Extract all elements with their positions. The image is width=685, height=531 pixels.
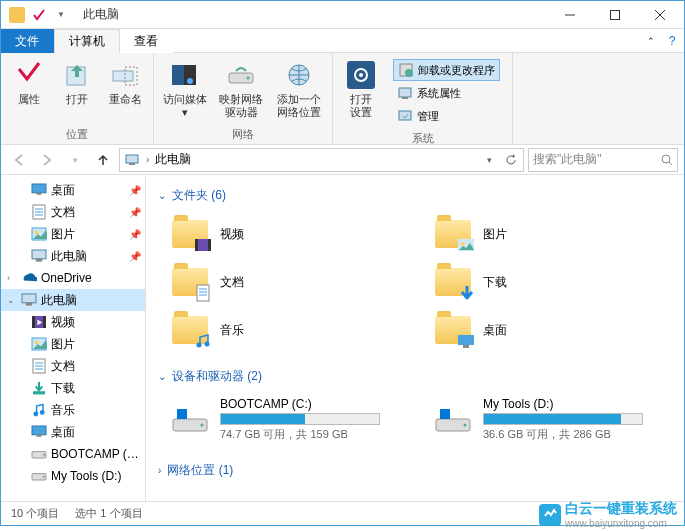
navigation-pane[interactable]: 桌面📌文档📌图片📌此电脑📌›OneDrive⌄此电脑视频图片文档下载音乐桌面BO…: [1, 175, 146, 501]
folder-dl[interactable]: 下载: [429, 260, 672, 304]
svg-point-71: [464, 423, 467, 426]
tree-item-desktop[interactable]: 桌面📌: [1, 179, 145, 201]
doc-icon: [31, 358, 47, 374]
add-location-button[interactable]: 添加一个 网络位置: [272, 57, 326, 125]
tree-item-desktop[interactable]: 桌面: [1, 421, 145, 443]
chevron-icon[interactable]: ›: [7, 273, 10, 283]
svg-rect-65: [458, 335, 474, 345]
dl-icon: [31, 380, 47, 396]
content-pane[interactable]: ⌄文件夹 (6) 视频图片文档下载音乐桌面 ⌄设备和驱动器 (2) BOOTCA…: [146, 175, 684, 501]
close-button[interactable]: [637, 1, 682, 29]
tree-item-pc[interactable]: ⌄此电脑: [1, 289, 145, 311]
drive-icon: [170, 400, 210, 440]
svg-rect-21: [129, 163, 135, 165]
drive-item[interactable]: My Tools (D:) 36.6 GB 可用，共 286 GB: [429, 393, 672, 446]
svg-point-46: [33, 412, 38, 417]
ribbon-group-system: 打开 设置 卸载或更改程序 系统属性 管理 系统: [333, 53, 513, 144]
svg-line-23: [669, 162, 672, 165]
open-settings-button[interactable]: 打开 设置: [339, 57, 383, 129]
qat-properties-icon[interactable]: [29, 5, 49, 25]
doc-icon: [31, 204, 47, 220]
svg-rect-25: [37, 192, 42, 194]
video-icon: [31, 314, 47, 330]
tree-item-video[interactable]: 视频: [1, 311, 145, 333]
properties-button[interactable]: 属性: [7, 57, 51, 125]
tree-item-pic[interactable]: 图片: [1, 333, 145, 355]
chevron-down-icon: ⌄: [158, 371, 166, 382]
manage-button[interactable]: 管理: [393, 105, 500, 127]
tree-item-drive[interactable]: BOOTCAMP (C:): [1, 443, 145, 465]
add-location-icon: [283, 59, 315, 91]
ribbon-tabs: 文件 计算机 查看 ⌃ ?: [1, 29, 684, 53]
app-icon: [7, 5, 27, 25]
svg-point-51: [43, 454, 45, 456]
svg-rect-17: [399, 88, 411, 97]
tree-item-drive[interactable]: My Tools (D:): [1, 465, 145, 487]
ribbon-group-network: 访问媒体 ▾ 映射网络 驱动器 添加一个 网络位置 网络: [154, 53, 333, 144]
forward-button[interactable]: [35, 148, 59, 172]
svg-rect-6: [172, 65, 184, 85]
tree-item-pic[interactable]: 图片📌: [1, 223, 145, 245]
ribbon-collapse-icon[interactable]: ⌃: [642, 29, 660, 53]
pin-icon: 📌: [129, 185, 141, 196]
svg-point-63: [197, 343, 202, 348]
breadcrumb: 此电脑: [155, 151, 191, 168]
tab-view[interactable]: 查看: [120, 29, 173, 53]
tab-computer[interactable]: 计算机: [54, 29, 120, 53]
tree-item-doc[interactable]: 文档: [1, 355, 145, 377]
tree-item-music[interactable]: 音乐: [1, 399, 145, 421]
svg-rect-72: [440, 409, 450, 419]
svg-rect-24: [32, 184, 46, 193]
uninstall-button[interactable]: 卸载或更改程序: [393, 59, 500, 81]
chevron-icon[interactable]: ⌄: [7, 295, 15, 305]
section-folders[interactable]: ⌄文件夹 (6): [158, 187, 672, 204]
sysprops-icon: [397, 85, 413, 101]
section-network[interactable]: ›网络位置 (1): [158, 462, 672, 479]
back-button[interactable]: [7, 148, 31, 172]
svg-rect-38: [43, 316, 46, 328]
open-icon: [61, 59, 93, 91]
svg-point-8: [187, 78, 193, 84]
folder-video[interactable]: 视频: [166, 212, 409, 256]
folder-desktop[interactable]: 桌面: [429, 308, 672, 352]
svg-point-22: [662, 155, 670, 163]
svg-rect-69: [177, 409, 187, 419]
folder-music[interactable]: 音乐: [166, 308, 409, 352]
svg-rect-2: [610, 10, 619, 19]
tree-item-onedrive[interactable]: ›OneDrive: [1, 267, 145, 289]
open-button[interactable]: 打开: [55, 57, 99, 125]
tree-item-doc[interactable]: 文档📌: [1, 201, 145, 223]
svg-point-31: [35, 230, 39, 234]
system-properties-button[interactable]: 系统属性: [393, 82, 500, 104]
qat-dropdown-icon[interactable]: ▼: [51, 5, 71, 25]
map-drive-button[interactable]: 映射网络 驱动器: [214, 57, 268, 125]
help-icon[interactable]: ?: [660, 29, 684, 53]
access-media-button[interactable]: 访问媒体 ▾: [160, 57, 210, 125]
maximize-button[interactable]: [592, 1, 637, 29]
svg-rect-56: [208, 239, 211, 251]
svg-point-40: [35, 340, 39, 344]
folder-icon: [170, 216, 210, 252]
recent-dropdown[interactable]: ▾: [63, 148, 87, 172]
tree-item-pc[interactable]: 此电脑📌: [1, 245, 145, 267]
ribbon-group-location: 属性 打开 重命名 位置: [1, 53, 154, 144]
drive-item[interactable]: BOOTCAMP (C:) 74.7 GB 可用，共 159 GB: [166, 393, 409, 446]
selection-count: 选中 1 个项目: [75, 506, 142, 521]
up-button[interactable]: [91, 148, 115, 172]
tab-file[interactable]: 文件: [1, 29, 54, 53]
tree-item-dl[interactable]: 下载: [1, 377, 145, 399]
svg-rect-18: [402, 97, 408, 99]
search-input[interactable]: 搜索"此电脑": [528, 148, 678, 172]
svg-point-68: [201, 423, 204, 426]
section-devices[interactable]: ⌄设备和驱动器 (2): [158, 368, 672, 385]
rename-button[interactable]: 重命名: [103, 57, 147, 125]
music-icon: [31, 402, 47, 418]
pc-icon: [21, 292, 37, 308]
folder-pic[interactable]: 图片: [429, 212, 672, 256]
refresh-icon[interactable]: [503, 154, 519, 166]
minimize-button[interactable]: [547, 1, 592, 29]
folder-doc[interactable]: 文档: [166, 260, 409, 304]
address-field[interactable]: › 此电脑 ▾: [119, 148, 524, 172]
address-dropdown-icon[interactable]: ▾: [481, 155, 497, 165]
explorer-window: ▼ 此电脑 文件 计算机 查看 ⌃ ? 属性 打开: [0, 0, 685, 526]
